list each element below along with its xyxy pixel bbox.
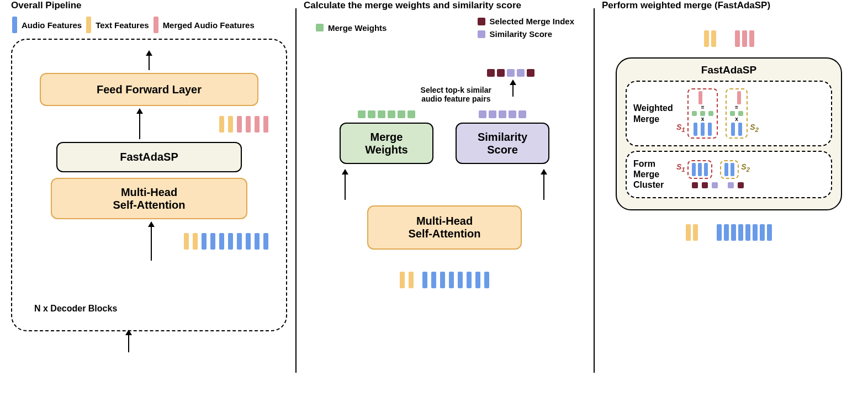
merge-weights-block: Merge Weights xyxy=(340,123,433,164)
divider-1 xyxy=(295,8,297,373)
weighted-merge-box: Weighted Merge S1 = x S2 xyxy=(626,81,832,146)
merged-output-tokens xyxy=(218,116,269,133)
form-merge-cluster-box: Form Merge Cluster S1 S2 xyxy=(626,151,832,198)
panel3-title: Perform weighted merge (FastAdaSP) xyxy=(602,0,856,11)
selected-indices-row xyxy=(486,69,536,79)
audio-features-label: Audio Features xyxy=(22,20,82,30)
cluster-indices-row xyxy=(691,182,745,188)
text-features-label: Text Features xyxy=(96,20,149,30)
feed-forward-layer-block: Feed Forward Layer xyxy=(40,73,258,106)
selected-merge-index-label: Selected Merge Index xyxy=(490,17,574,26)
arrow-icon xyxy=(543,170,544,200)
equals-sign: = xyxy=(701,105,705,110)
merge-weights-label: Merge Weights xyxy=(328,23,387,33)
text-features-icon xyxy=(86,17,91,33)
arrow-icon xyxy=(345,170,346,200)
panel3-bottom-tokens xyxy=(602,224,856,243)
n-decoder-blocks-label: N x Decoder Blocks xyxy=(34,304,117,314)
divider-2 xyxy=(594,8,595,373)
panel2-title: Calculate the merge weights and similari… xyxy=(304,0,585,11)
panel-calculate-weights: Calculate the merge weights and similari… xyxy=(304,0,585,387)
selected-merge-index-icon xyxy=(478,18,485,25)
arrow-icon xyxy=(128,330,129,352)
merged-audio-features-label: Merged Audio Features xyxy=(163,20,255,30)
mhsa-block: Multi-Head Self-Attention xyxy=(51,178,247,219)
panel1-title: Overall Pipeline xyxy=(11,0,287,11)
panel2-legend: Merge Weights Selected Merge Index Simil… xyxy=(304,17,585,39)
similarity-score-squares xyxy=(456,110,549,120)
decoder-block-container: Feed Forward Layer FastAdaSP Multi-Head … xyxy=(11,39,287,331)
panel2-input-tokens xyxy=(304,272,585,288)
audio-features-icon xyxy=(12,17,17,33)
panel1-legend: Audio Features Text Features Merged Audi… xyxy=(11,17,287,33)
fastadasp-heading: FastAdaSP xyxy=(621,64,837,76)
s1-label: S1 xyxy=(676,123,685,133)
arrow-icon xyxy=(139,109,140,139)
merge-weights-icon xyxy=(316,24,324,31)
merged-audio-features-icon xyxy=(154,17,158,33)
fastadasp-block: FastAdaSP xyxy=(56,142,242,172)
form-merge-cluster-label: Form Merge Cluster xyxy=(633,158,682,191)
panel-overall-pipeline: Overall Pipeline Audio Features Text Fea… xyxy=(11,0,287,387)
similarity-score-label: Similarity Score xyxy=(490,29,552,39)
mhsa-block-2: Multi-Head Self-Attention xyxy=(367,205,522,250)
s2-label: S2 xyxy=(750,123,759,133)
panel-weighted-merge: Perform weighted merge (FastAdaSP) FastA… xyxy=(602,0,856,387)
times-sign: x xyxy=(735,117,738,122)
arrow-icon xyxy=(512,80,514,97)
times-sign: x xyxy=(701,117,705,122)
merge-weights-squares xyxy=(340,110,433,120)
panel3-top-tokens xyxy=(602,30,856,49)
s1-label-2: S1 xyxy=(676,162,685,173)
arrow-icon xyxy=(149,51,150,70)
similarity-score-block: Similarity Score xyxy=(456,123,549,164)
fastadasp-container: FastAdaSP Weighted Merge S1 = x xyxy=(616,57,842,210)
s2-label-2: S2 xyxy=(741,162,750,173)
weighted-merge-label: Weighted Merge xyxy=(633,103,682,124)
topk-label: Select top-k similar audio feature pairs xyxy=(421,86,491,103)
similarity-score-icon xyxy=(478,30,485,38)
input-tokens xyxy=(183,233,269,250)
equals-sign: = xyxy=(735,105,738,110)
arrow-icon xyxy=(151,222,152,261)
